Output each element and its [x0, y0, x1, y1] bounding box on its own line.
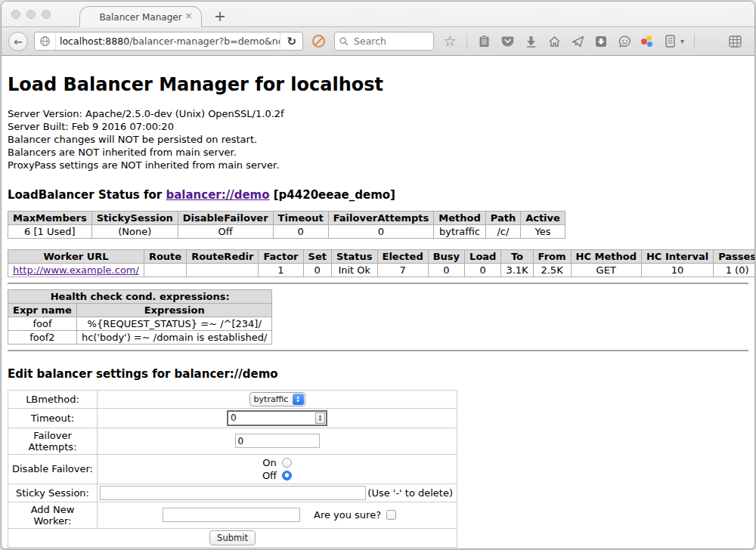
send-icon[interactable]	[571, 35, 584, 48]
lbmethod-select[interactable]: bytraffic ▲▼	[249, 392, 305, 406]
failover-attempts-input[interactable]	[235, 434, 320, 448]
clipboard-icon[interactable]	[477, 35, 491, 48]
column-header: Passes	[714, 249, 755, 263]
cell-load: 0	[465, 263, 501, 277]
cell-expression: hc('body') =~ /domain is established/	[76, 330, 272, 344]
pocket-icon[interactable]	[500, 35, 514, 48]
column-header: FailoverAttempts	[328, 211, 434, 224]
search-bar[interactable]	[334, 32, 434, 51]
column-header: Timeout	[273, 211, 328, 224]
hello-smiley-icon[interactable]	[618, 35, 631, 48]
column-header: Busy	[428, 249, 464, 263]
cell-path: /c/	[485, 224, 520, 238]
sticky-session-input[interactable]	[100, 486, 366, 500]
cell-elected: 7	[377, 263, 428, 277]
tab-bar: Balancer Manager × +	[2, 2, 754, 27]
cell-maxmembers: 6 [1 Used]	[8, 224, 92, 238]
chevron-down-icon[interactable]: ▾	[680, 37, 684, 45]
window-controls	[11, 10, 51, 19]
tab-close-icon[interactable]: ×	[184, 11, 193, 20]
column-header: DisableFailover	[178, 211, 273, 224]
divider	[8, 283, 748, 284]
add-new-worker-label: Add New Worker:	[8, 502, 98, 528]
disable-failover-on-radio[interactable]	[282, 458, 292, 468]
url-text: localhost:8880/balancer-manager?b=demo&n…	[56, 36, 280, 47]
cell-routeredir	[187, 263, 259, 277]
disable-failover-off-radio[interactable]	[282, 471, 292, 480]
column-header: From	[533, 249, 571, 263]
worker-url-link[interactable]: http://www.example.com/	[13, 264, 139, 276]
add-new-worker-input[interactable]	[163, 508, 300, 522]
content-blocker-icon[interactable]	[312, 35, 325, 48]
submit-button[interactable]: Submit	[209, 530, 256, 545]
health-table-title: Health check cond. expressions:	[8, 289, 272, 303]
page-title: Load Balancer Manager for localhost	[8, 74, 748, 95]
column-header: Expression	[76, 303, 272, 317]
cell-method: bytraffic	[434, 224, 485, 238]
site-identity-globe-icon[interactable]	[35, 32, 56, 50]
search-input[interactable]	[352, 35, 420, 48]
notes-extension-icon[interactable]	[663, 35, 677, 48]
select-stepper-icon: ▲▼	[293, 394, 304, 405]
server-built: Server Built: Feb 9 2016 07:00:20	[8, 121, 748, 134]
timeout-input[interactable]: 0 ▲▼	[227, 410, 327, 426]
url-domain: localhost:8880	[60, 36, 129, 47]
download-icon[interactable]	[524, 35, 538, 48]
tab-title: Balancer Manager	[99, 12, 181, 23]
minimize-window-button[interactable]	[26, 10, 36, 19]
new-tab-button[interactable]: +	[214, 9, 226, 23]
divider	[8, 350, 748, 351]
column-header: To	[501, 249, 533, 263]
edit-settings-heading: Edit balancer settings for balancer://de…	[8, 367, 748, 381]
close-window-button[interactable]	[11, 10, 20, 19]
tab-balancer-manager[interactable]: Balancer Manager ×	[79, 6, 202, 27]
cell-status: Init Ok	[331, 263, 377, 277]
navigation-toolbar: ← localhost:8880/balancer-manager?b=demo…	[2, 27, 754, 56]
status-heading: LoadBalancer Status for balancer://demo …	[8, 188, 748, 202]
balancer-demo-link[interactable]: balancer://demo	[166, 188, 269, 202]
cell-worker-url: http://www.example.com/	[8, 263, 144, 277]
radio-on-label: On	[262, 456, 276, 469]
reload-icon[interactable]: ↻	[280, 32, 302, 50]
column-header: Load	[465, 249, 501, 263]
cell-from: 2.5K	[533, 263, 571, 277]
column-header: MaxMembers	[8, 211, 92, 224]
cell-failoverattempts: 0	[328, 224, 434, 238]
are-you-sure-checkbox[interactable]	[386, 510, 396, 520]
back-button[interactable]: ←	[8, 32, 28, 51]
cell-active: Yes	[521, 224, 565, 238]
table-row: foof %{REQUEST_STATUS} =~ /^[234]/	[8, 317, 272, 330]
bookmark-star-icon[interactable]: ☆	[443, 35, 457, 48]
status-heading-suffix: [p4420eeae_demo]	[270, 188, 395, 202]
table-row: http://www.example.com/ 1 0 Init Ok 7 0 …	[8, 263, 756, 277]
cell-hc-interval: 10	[641, 263, 713, 277]
column-header: HC Interval	[641, 249, 713, 263]
apps-grid-icon[interactable]	[728, 35, 742, 48]
zoom-window-button[interactable]	[42, 10, 51, 19]
cell-busy: 0	[428, 263, 464, 277]
proxypass-note: ProxyPass settings are NOT inherited fro…	[8, 159, 748, 172]
cell-disablefailover: Off	[178, 224, 273, 238]
colored-dots-extension-icon[interactable]	[641, 36, 653, 48]
home-icon[interactable]	[547, 35, 561, 48]
radio-off-label: Off	[262, 469, 277, 482]
sticky-session-label: Sticky Session:	[8, 484, 98, 502]
menu-icon[interactable]	[705, 35, 718, 48]
search-icon	[339, 37, 349, 46]
server-version: Server Version: Apache/2.5.0-dev (Unix) …	[8, 108, 748, 121]
url-bar[interactable]: localhost:8880/balancer-manager?b=demo&n…	[34, 32, 303, 51]
timeout-value: 0	[231, 412, 315, 423]
lbmethod-label: LBmethod:	[8, 390, 98, 408]
column-header: Route	[144, 249, 186, 263]
video-downloader-extension-icon[interactable]	[594, 35, 608, 48]
lbmethod-selected-value: bytraffic	[250, 394, 293, 404]
disable-failover-label: Disable Failover:	[8, 454, 98, 484]
persist-note: Balancer changes will NOT be persisted o…	[8, 134, 748, 147]
cell-set: 0	[303, 263, 331, 277]
column-header: Status	[331, 249, 377, 263]
column-header: Set	[303, 249, 331, 263]
edit-settings-form: LBmethod: bytraffic ▲▼ Timeout: 0 ▲▼	[8, 390, 457, 548]
number-spinner-icon[interactable]: ▲▼	[315, 412, 325, 424]
column-header: Path	[485, 211, 520, 224]
toolbar-separator	[466, 34, 467, 48]
